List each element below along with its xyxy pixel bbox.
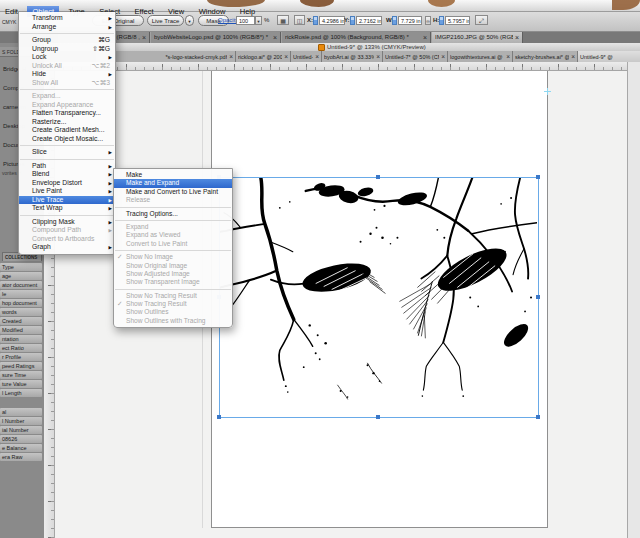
filter-row[interactable]: Type (0, 263, 42, 271)
menu-item-rasterize[interactable]: Rasterize... (19, 118, 115, 127)
close-icon[interactable]: × (515, 34, 519, 41)
h-input[interactable]: 5.7957 in (445, 16, 470, 25)
menubar-effect[interactable]: Effect (130, 6, 159, 17)
close-icon[interactable]: × (571, 53, 575, 60)
document-tab[interactable]: logowithtextures.ai @ 1 × (448, 51, 513, 62)
menu-item-lock[interactable]: Lock▶ (19, 53, 115, 62)
menu-item-graph[interactable]: Graph▶ (19, 243, 115, 252)
transform-icon[interactable]: ⤢ (475, 15, 488, 25)
selection-handle[interactable] (536, 415, 540, 419)
menubar-help[interactable]: Help (235, 6, 260, 17)
selection-handle[interactable] (376, 175, 380, 179)
menubar-view[interactable]: View (163, 6, 189, 17)
opacity-dropdown-icon[interactable]: ▼ (255, 16, 262, 25)
filter-row[interactable]: e Balance (0, 444, 42, 452)
menu-item-flatten-transparency[interactable]: Flatten Transparency... (19, 109, 115, 118)
x-stepper-icon[interactable] (313, 16, 318, 25)
live-trace-submenu: Make Make and Expand Make and Convert to… (113, 168, 233, 328)
filter-row[interactable]: ture Value (0, 380, 42, 388)
filter-row[interactable]: hop document (0, 299, 42, 307)
selection-handle[interactable] (536, 175, 540, 179)
filter-row[interactable]: peed Ratings (0, 362, 42, 370)
menu-item-arrange[interactable]: Arrange▶ (19, 23, 115, 32)
close-icon[interactable]: × (142, 34, 146, 41)
close-icon[interactable]: × (441, 53, 445, 60)
filter-row[interactable]: l Length (0, 389, 42, 397)
selection-handle[interactable] (376, 415, 380, 419)
document-tab[interactable]: rickRosie.psd @ 100% (Background, RGB/8)… (281, 31, 431, 43)
submenu-item-make-and-expand[interactable]: Make and Expand (114, 179, 232, 187)
menu-separator (20, 215, 114, 216)
wallpaper-smudge (300, 0, 334, 7)
menu-item-live-trace[interactable]: Live Trace▶ (19, 196, 115, 205)
menu-separator (20, 145, 114, 146)
w-input[interactable]: 7.729 in (398, 16, 422, 25)
opacity-input[interactable]: 100 (236, 16, 255, 25)
submenu-arrow-icon: ▶ (109, 24, 112, 33)
close-icon[interactable]: × (284, 53, 288, 60)
filter-row[interactable]: age (0, 272, 42, 280)
link-dimensions-icon[interactable]: ∞ (425, 16, 431, 25)
menu-item-transform[interactable]: Transform▶ (19, 14, 115, 23)
document-tab[interactable]: Untitled-6* @ 150% (C × (291, 51, 322, 62)
submenu-item-show-outlines-with-tracing: Show Outlines with Tracing (114, 317, 232, 325)
filter-row[interactable]: ntation (0, 335, 42, 343)
menu-item-blend[interactable]: Blend▶ (19, 170, 115, 179)
menu-item-text-wrap[interactable]: Text Wrap▶ (19, 204, 115, 213)
filter-row[interactable]: words (0, 308, 42, 316)
close-icon[interactable]: × (376, 53, 380, 60)
document-tab[interactable]: Untitled-7* @ 50% (CM × (383, 51, 448, 62)
document-tab-active[interactable]: IMGP2160.JPG @ 50% (RGB/8) * × (431, 31, 523, 43)
filter-row[interactable]: r Profile (0, 353, 42, 361)
document-tab[interactable]: ricklogo.ai* @ 200% (C × (236, 51, 291, 62)
document-tab[interactable]: byobWebsiteLogo.psd @ 100% (RGB/8*) * × (150, 31, 281, 43)
menu-item-create-gradient-mesh[interactable]: Create Gradient Mesh... (19, 126, 115, 135)
x-input[interactable]: 4.2986 in (319, 16, 345, 25)
close-icon[interactable]: × (315, 53, 319, 60)
panel-options-icon[interactable]: ◫ (294, 15, 305, 25)
close-icon[interactable]: × (423, 34, 427, 41)
tab-label: byobArt.ai @ 33.33% (R (324, 54, 374, 60)
document-tab[interactable]: sketchy-brushes.ai* @ × (513, 51, 578, 62)
filter-row[interactable]: ect Ratio (0, 344, 42, 352)
filter-row[interactable]: l Number (0, 417, 42, 425)
y-input[interactable]: 2.7162 in (356, 16, 382, 25)
filter-row[interactable]: 08626 (0, 435, 42, 443)
close-icon[interactable]: × (506, 53, 510, 60)
menu-item-group[interactable]: Group⌘G (19, 36, 115, 45)
close-icon[interactable]: × (229, 53, 233, 60)
h-stepper-icon[interactable] (439, 16, 444, 25)
selection-handle[interactable] (217, 415, 221, 419)
w-stepper-icon[interactable] (392, 16, 397, 25)
menubar-window[interactable]: Window (194, 6, 231, 17)
filter-row[interactable]: Modified (0, 326, 42, 334)
menu-item-hide[interactable]: Hide▶ (19, 70, 115, 79)
document-tab[interactable]: s-logo-stacked-cmyk.pdf* × (96, 51, 236, 62)
menu-item-path[interactable]: Path▶ (19, 162, 115, 171)
filter-row[interactable]: le (0, 290, 42, 298)
close-icon[interactable]: × (273, 34, 277, 41)
menu-item-clipping-mask[interactable]: Clipping Mask▶ (19, 218, 115, 227)
selection-handle[interactable] (536, 295, 540, 299)
filter-row[interactable]: ial Number (0, 426, 42, 434)
submenu-item-tracing-options[interactable]: Tracing Options... (114, 210, 232, 218)
filter-row[interactable]: sure Time (0, 371, 42, 379)
menu-item-slice[interactable]: Slice▶ (19, 148, 115, 157)
menu-item-envelope-distort[interactable]: Envelope Distort▶ (19, 179, 115, 188)
vertical-scrollbar[interactable] (627, 62, 640, 538)
document-tab[interactable]: byobArt.ai @ 33.33% (R × (322, 51, 383, 62)
submenu-item-make-and-convert-to-live-paint[interactable]: Make and Convert to Live Paint (114, 188, 232, 196)
menu-item-compound-path: Compound Path▶ (19, 226, 115, 235)
y-stepper-icon[interactable] (350, 16, 355, 25)
selection-bounding-box[interactable] (219, 177, 539, 418)
filter-row[interactable]: era Raw (0, 453, 42, 461)
filter-row[interactable]: ator document (0, 281, 42, 289)
document-tab-active[interactable]: Untitled-9* @ (578, 51, 640, 62)
grid-options-icon[interactable]: ▦ (277, 15, 289, 25)
filter-row[interactable]: Created (0, 317, 42, 325)
menu-item-ungroup[interactable]: Ungroup⇧⌘G (19, 45, 115, 54)
menu-item-create-object-mosaic[interactable]: Create Object Mosaic... (19, 135, 115, 144)
menu-item-live-paint[interactable]: Live Paint▶ (19, 187, 115, 196)
submenu-item-make[interactable]: Make (114, 171, 232, 179)
filter-row[interactable]: al (0, 408, 42, 416)
